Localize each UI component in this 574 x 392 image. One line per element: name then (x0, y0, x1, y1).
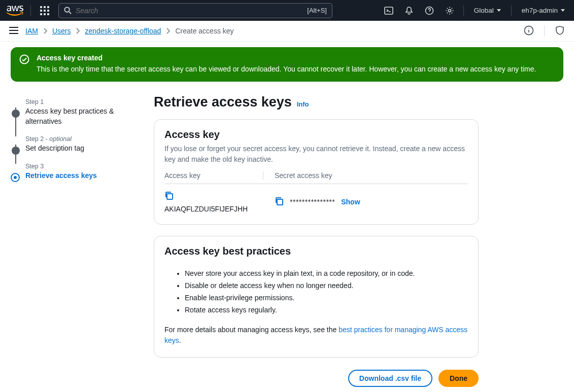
secret-key-masked: *************** (290, 198, 335, 206)
search-icon (64, 7, 72, 14)
svg-rect-21 (167, 194, 173, 199)
step-title: Access key best practices & alternatives (25, 106, 139, 126)
aws-logo[interactable] (6, 6, 23, 16)
svg-rect-7 (44, 13, 46, 15)
crumb-users[interactable]: Users (52, 27, 71, 35)
step-label: Step 2 - optional (25, 135, 139, 142)
help-icon[interactable] (423, 4, 436, 17)
separator (544, 25, 545, 37)
panel-heading: Access key (164, 129, 468, 140)
crumb-iam[interactable]: IAM (25, 27, 38, 35)
step-title: Retrieve access keys (25, 171, 139, 181)
best-practices-panel: Access key best practices Never store yo… (154, 236, 479, 358)
svg-point-20 (20, 55, 29, 64)
svg-rect-5 (47, 10, 49, 12)
account-label: eh7p-admin (522, 7, 558, 14)
list-item: Never store your access key in plain tex… (185, 268, 468, 279)
copy-secret-key-icon[interactable] (275, 197, 284, 207)
success-alert: Access key created This is the only time… (11, 47, 563, 82)
page-title: Retrieve access keys (154, 94, 292, 110)
step-1[interactable]: Step 1 Access key best practices & alter… (11, 98, 139, 135)
global-search[interactable]: [Alt+S] (58, 3, 332, 18)
svg-rect-1 (44, 6, 46, 8)
step-2[interactable]: Step 2 - optional Set description tag (11, 135, 139, 163)
region-selector[interactable]: Global (471, 7, 504, 14)
svg-point-9 (64, 7, 69, 12)
svg-point-13 (448, 9, 451, 12)
step-dot-icon (12, 110, 20, 118)
settings-gear-icon[interactable] (443, 4, 456, 17)
step-dot-icon (11, 173, 20, 182)
alert-title: Access key created (37, 54, 536, 62)
notifications-icon[interactable] (402, 4, 416, 17)
chevron-right-icon (43, 28, 47, 34)
step-label: Step 1 (25, 98, 139, 105)
caret-down-icon (497, 9, 501, 12)
best-practices-list: Never store your access key in plain tex… (164, 268, 468, 315)
side-nav-toggle-icon[interactable] (9, 27, 18, 35)
svg-point-19 (528, 28, 529, 29)
wizard-stepper: Step 1 Access key best practices & alter… (11, 94, 139, 387)
chevron-right-icon (76, 28, 80, 34)
col-header-secret-key: Secret access key (263, 171, 468, 180)
search-shortcut-hint: [Alt+S] (307, 7, 327, 14)
services-grid-icon[interactable] (38, 4, 51, 17)
panel-heading: Access key best practices (164, 245, 468, 257)
svg-rect-22 (277, 199, 283, 205)
step-dot-icon (12, 147, 20, 155)
svg-rect-0 (40, 6, 42, 8)
access-key-value: AKIAQFLZDUI5FIJEFJHH (164, 205, 263, 213)
svg-rect-2 (47, 6, 49, 8)
success-check-icon (19, 54, 29, 74)
page-content: Retrieve access keys Info Access key If … (154, 94, 479, 387)
breadcrumb-bar: IAM Users zendesk-storage-offload Create… (0, 21, 574, 42)
info-link[interactable]: Info (297, 100, 309, 108)
info-circle-icon[interactable] (524, 25, 534, 37)
svg-line-10 (69, 12, 71, 14)
step-3[interactable]: Step 3 Retrieve access keys (11, 163, 139, 190)
step-title: Set description tag (25, 144, 139, 154)
list-item: Disable or delete access key when no lon… (185, 280, 468, 291)
panel-description: If you lose or forget your secret access… (164, 144, 468, 164)
nav-separator (30, 5, 31, 16)
col-header-access-key: Access key (164, 171, 263, 180)
svg-rect-8 (47, 13, 49, 15)
step-label: Step 3 (25, 163, 139, 170)
svg-rect-6 (40, 13, 42, 15)
top-nav: [Alt+S] Global eh7p-admin (0, 0, 574, 21)
wizard-actions: Download .csv file Done (154, 370, 479, 387)
shield-icon[interactable] (555, 25, 565, 37)
done-button[interactable]: Done (438, 370, 479, 387)
access-key-panel: Access key If you lose or forget your se… (154, 119, 479, 225)
download-csv-button[interactable]: Download .csv file (348, 370, 432, 387)
account-menu[interactable]: eh7p-admin (519, 7, 568, 14)
show-secret-button[interactable]: Show (341, 198, 360, 206)
list-item: Rotate access keys regularly. (185, 305, 468, 315)
svg-rect-4 (44, 10, 46, 12)
breadcrumb: IAM Users zendesk-storage-offload Create… (25, 27, 517, 35)
best-practices-footer: For more details about managing access k… (164, 325, 468, 346)
cloudshell-icon[interactable] (382, 4, 395, 17)
region-label: Global (474, 7, 494, 14)
svg-rect-3 (40, 10, 42, 12)
caret-down-icon (561, 9, 565, 12)
nav-separator (511, 5, 512, 16)
copy-access-key-icon[interactable] (164, 191, 174, 202)
search-input[interactable] (72, 7, 307, 15)
nav-separator (463, 5, 464, 16)
chevron-right-icon (166, 28, 170, 34)
list-item: Enable least-privilege permissions. (185, 293, 468, 303)
crumb-current: Create access key (175, 27, 233, 35)
alert-body: This is the only time that the secret ac… (37, 64, 536, 74)
crumb-user-detail[interactable]: zendesk-storage-offload (85, 27, 161, 35)
